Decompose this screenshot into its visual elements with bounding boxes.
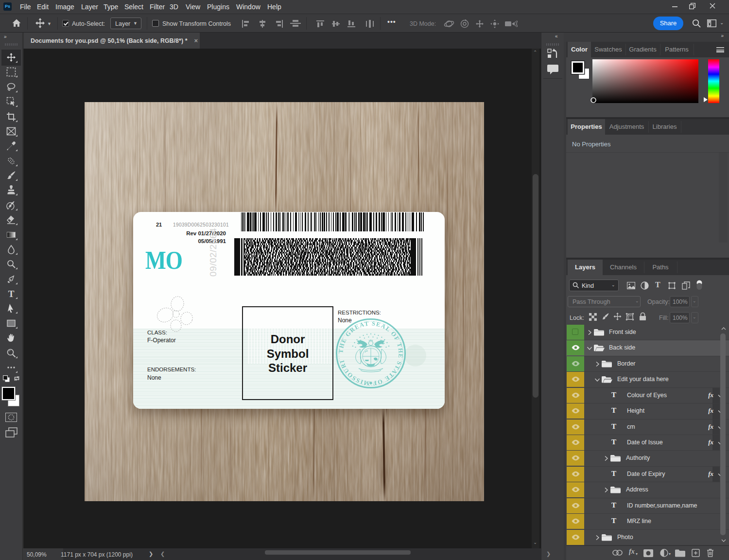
svg-text:T: T — [8, 289, 15, 298]
